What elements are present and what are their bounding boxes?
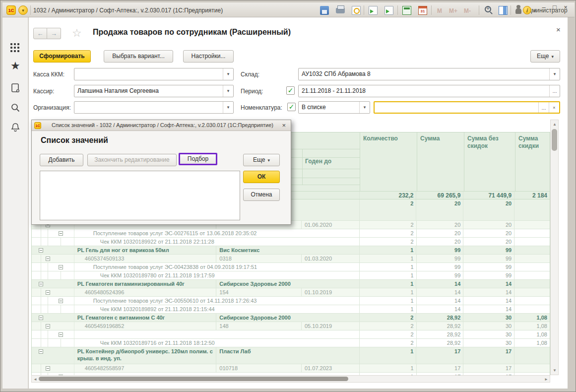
vertical-scroll-thumb[interactable] [552,129,557,151]
back-button[interactable]: ← [33,28,47,39]
kassa-combo[interactable]: ▾ [74,68,234,80]
collapse-icon[interactable] [39,316,43,320]
collapse-icon[interactable] [39,282,43,286]
collapse-icon[interactable] [59,299,63,303]
main-menu-button[interactable]: ▾ [18,5,28,15]
nomenclature-condition-combo[interactable]: В списке▾ [298,101,370,114]
info-icon[interactable]: i [523,6,531,14]
period-checkbox[interactable]: ✓ [286,86,295,95]
menu-grid-icon[interactable] [10,43,12,45]
horizontal-scroll-thumb[interactable] [39,377,348,381]
table-row[interactable]: PL Гематоген витаминизированный 40г Сиби… [32,280,550,288]
cancel-button[interactable]: Отмена [243,189,280,201]
chevron-down-icon[interactable]: ▾ [223,85,233,97]
close-form-button[interactable]: × [556,25,561,34]
nomenclature-checkbox[interactable]: ✓ [287,103,296,111]
period-field[interactable]: 21.11.2018 - 21.11.2018... [298,85,560,97]
dialog-titlebar[interactable]: 1С Список значений - 1032 / Администрато… [32,120,291,131]
column-header-qty[interactable]: Количество [360,132,417,191]
settings-button[interactable]: Настройки... [183,50,234,63]
calendar-icon[interactable]: 31 [418,6,427,15]
info-dropdown-icon[interactable]: ▾ [534,8,536,13]
chevron-down-icon[interactable]: ▾ [549,68,560,80]
table-row[interactable]: Поступление товаров услуг ЭС-00423838 от… [32,263,550,271]
export-icon[interactable] [384,6,393,15]
collapse-icon[interactable] [59,265,63,269]
kassir-combo[interactable]: Лапшина Наталия Сергеевна▾ [74,85,234,97]
table-row[interactable]: 4605374509133 0318 01.03.2020 1 99 99 [32,255,550,263]
scroll-left-icon[interactable]: ◄ [33,377,37,382]
minimize-button[interactable]: – [539,3,548,11]
search-icon[interactable] [10,103,20,115]
collapse-icon[interactable] [46,290,50,295]
total-sum-nodisc: 71 449,9 [463,192,514,199]
memory-minus-button: M- [464,7,471,14]
favorites-star-icon[interactable]: ★ [10,61,20,71]
column-header-sum-nodisc[interactable]: Сумма без скидок [464,132,515,191]
table-row[interactable]: Чек ККМ 10320189892 от 21.11.2018 21:15:… [32,305,550,314]
pick-button[interactable]: Подбор [179,153,217,165]
sklad-combo[interactable]: АУ1032 СПб Абрамова 8▾ [298,68,560,80]
collapse-icon[interactable] [46,366,50,371]
collapse-icon[interactable] [46,257,50,261]
table-row[interactable]: PL Контейнер д/биопроб универс. 120мл по… [32,347,550,364]
generate-button[interactable]: Сформировать [33,50,91,63]
table-row[interactable]: 4605480524396 154 01.10.2019 1 14 14 [32,288,550,297]
chevron-down-icon[interactable]: ▾ [223,102,233,113]
table-row[interactable]: Поступление товаров услуг ЭС-00550610 от… [32,297,550,305]
table-row[interactable]: PL Гематоген с витамином C 40г Сибирское… [32,314,550,322]
calculator-icon[interactable] [402,6,411,15]
table-row[interactable]: PL Гель для ног от варикоза 50мл Вис Кос… [32,246,550,255]
horizontal-scrollbar[interactable]: ◄ ► [31,375,550,383]
table-row[interactable]: Чек ККМ 10320189780 от 21.11.2018 19:17:… [32,271,550,280]
collapse-icon[interactable] [59,231,63,236]
more-button[interactable]: Еще▾ [530,50,560,63]
collapse-icon[interactable] [59,332,63,337]
window-title: 1032 / Администратор / Софт-Аптека:, v.2… [33,7,223,14]
select-variant-button[interactable]: Выбрать вариант... [104,50,173,63]
chevron-down-icon[interactable]: ▾ [359,102,370,113]
ellipsis-button[interactable]: ... [549,85,560,97]
collapse-icon[interactable] [46,324,50,328]
more-label: Еще [253,156,265,163]
table-row[interactable]: 4605482558597 010718 01.07.2023 1 17 17 [32,364,550,373]
table-row[interactable]: 4605459196852 148 05.10.2019 2 28,92 30 … [32,322,550,330]
org-combo[interactable]: ▾ [74,101,234,114]
favorite-toggle-star-icon[interactable]: ☆ [72,27,82,40]
scroll-right-icon[interactable]: ► [544,377,548,382]
chevron-down-icon[interactable]: ▾ [223,68,233,80]
print-preview-icon[interactable] [352,6,361,15]
period-value: 21.11.2018 - 21.11.2018 [302,87,366,94]
scroll-up-icon[interactable]: ▲ [553,122,557,127]
save-icon[interactable] [320,6,329,15]
page-title: Продажа товаров по сотрудникам (Расширен… [93,28,291,37]
table-row[interactable]: Чек ККМ 10320189922 от 21.11.2018 22:11:… [32,238,550,246]
column-header-sum[interactable]: Сумма [417,132,464,191]
collapse-icon[interactable] [39,349,43,354]
notifications-bell-icon[interactable] [10,123,20,134]
print-icon[interactable] [336,8,345,13]
close-dialog-button[interactable]: × [282,122,286,129]
table-row[interactable]: Поступление товаров услуг ЭС-00276115 от… [32,229,550,238]
value-list-box[interactable] [40,171,240,220]
maximize-button[interactable]: □ [550,3,559,11]
table-row[interactable]: Чек ККМ 10320189716 от 21.11.2018 18:12:… [32,339,550,347]
import-icon[interactable] [369,6,378,15]
close-window-button[interactable]: × [561,3,570,11]
collapse-icon[interactable] [39,248,43,253]
zoom-icon[interactable] [485,6,491,12]
ok-button[interactable]: ОК [243,171,280,183]
dialog-more-button[interactable]: Еще▾ [243,154,280,166]
column-header-expiry[interactable]: Годен до [305,158,331,165]
nomenclature-list-field[interactable]: ...× [374,101,560,114]
table-row[interactable]: 2 28,92 30 1,08 [32,330,550,339]
column-header-sum-disc[interactable]: Сумма скидки [515,132,550,191]
add-button[interactable]: Добавить [40,154,83,166]
forward-button[interactable]: → [47,28,61,39]
ellipsis-button[interactable]: ... [538,102,549,113]
history-icon[interactable] [10,83,20,95]
split-view-icon[interactable] [499,6,508,15]
scroll-down-icon[interactable]: ▼ [553,368,557,373]
clear-icon[interactable]: × [549,102,559,113]
vertical-scrollbar[interactable]: ▲ ▼ [550,120,559,375]
